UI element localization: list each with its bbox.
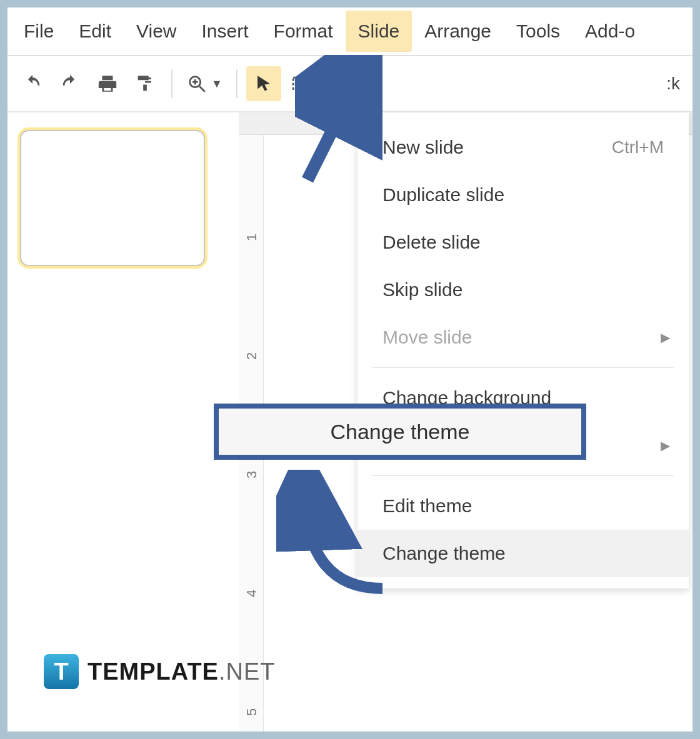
paint-format-button[interactable] xyxy=(128,66,162,101)
svg-text:T: T xyxy=(298,79,304,89)
callout-text: Change theme xyxy=(330,420,469,444)
undo-button[interactable] xyxy=(15,66,50,101)
menu-edit[interactable]: Edit xyxy=(66,11,124,52)
menu-item-move-slide: Move slide ▶ xyxy=(358,314,689,361)
toolbar: ▼ T :k xyxy=(8,56,692,112)
menu-tools[interactable]: Tools xyxy=(504,11,572,52)
menu-item-label: Move slide xyxy=(382,327,472,348)
slide-thumbnail[interactable] xyxy=(20,130,205,266)
menu-slide[interactable]: Slide xyxy=(346,11,412,52)
cursor-icon xyxy=(253,73,274,94)
zoom-button[interactable]: ▼ xyxy=(181,66,228,101)
menu-separator xyxy=(372,475,674,476)
dropdown-arrow-icon: ▼ xyxy=(211,77,222,91)
menu-item-label: Delete slide xyxy=(382,232,481,253)
annotation-callout: Change theme xyxy=(214,404,586,460)
select-tool-button[interactable] xyxy=(246,66,281,101)
menu-item-new-slide[interactable]: New slide Ctrl+M xyxy=(358,124,689,171)
print-button[interactable] xyxy=(90,66,125,101)
ruler-tick: 4 xyxy=(244,590,260,597)
watermark-logo-icon: T xyxy=(44,654,79,689)
menu-item-label: Skip slide xyxy=(382,279,462,300)
toolbar-separator xyxy=(171,69,172,98)
toolbar-separator xyxy=(236,69,238,98)
submenu-arrow-icon: ▶ xyxy=(661,330,670,345)
menu-file[interactable]: File xyxy=(11,11,66,52)
submenu-arrow-icon: ▶ xyxy=(661,438,670,453)
undo-icon xyxy=(22,73,43,94)
paint-roller-icon xyxy=(134,73,156,94)
menu-separator xyxy=(372,367,674,368)
menu-view[interactable]: View xyxy=(124,11,189,52)
redo-button[interactable] xyxy=(52,66,88,101)
watermark: T TEMPLATE.NET xyxy=(44,654,276,689)
app-frame: File Edit View Insert Format Slide Arran… xyxy=(8,7,692,732)
zoom-icon xyxy=(186,73,208,94)
menubar: File Edit View Insert Format Slide Arran… xyxy=(8,7,692,56)
menu-item-skip-slide[interactable]: Skip slide xyxy=(358,266,689,314)
menu-item-label: Duplicate slide xyxy=(382,184,504,206)
toolbar-truncated-text: :k xyxy=(666,74,685,94)
menu-item-change-theme[interactable]: Change theme xyxy=(358,530,689,577)
slide-menu-dropdown: New slide Ctrl+M Duplicate slide Delete … xyxy=(358,112,689,588)
ruler-tick: 2 xyxy=(244,352,260,360)
ruler-tick: 1 xyxy=(244,234,260,241)
svg-line-1 xyxy=(199,86,205,92)
watermark-text: TEMPLATE.NET xyxy=(88,658,276,685)
menu-item-label: Edit theme xyxy=(382,495,472,517)
menu-item-duplicate-slide[interactable]: Duplicate slide xyxy=(358,171,689,219)
menu-format[interactable]: Format xyxy=(261,11,346,52)
menu-item-label: New slide xyxy=(382,137,464,158)
menu-item-label: Change theme xyxy=(382,543,506,564)
watermark-tld: .NET xyxy=(219,658,276,685)
menu-insert[interactable]: Insert xyxy=(189,11,261,52)
print-icon xyxy=(97,73,118,94)
redo-icon xyxy=(59,73,81,94)
menu-addons[interactable]: Add-o xyxy=(572,11,648,52)
menu-arrange[interactable]: Arrange xyxy=(412,11,504,52)
menu-item-edit-theme[interactable]: Edit theme xyxy=(358,482,689,530)
watermark-brand: TEMPLATE xyxy=(88,658,219,685)
ruler-tick: 5 xyxy=(244,708,260,716)
textbox-tool-button[interactable]: T xyxy=(284,66,319,101)
slide-thumbnail-panel xyxy=(8,112,230,732)
ruler-tick: 3 xyxy=(244,471,260,479)
menu-item-delete-slide[interactable]: Delete slide xyxy=(358,219,689,266)
textbox-icon: T xyxy=(291,73,312,94)
menu-item-shortcut: Ctrl+M xyxy=(612,137,664,157)
